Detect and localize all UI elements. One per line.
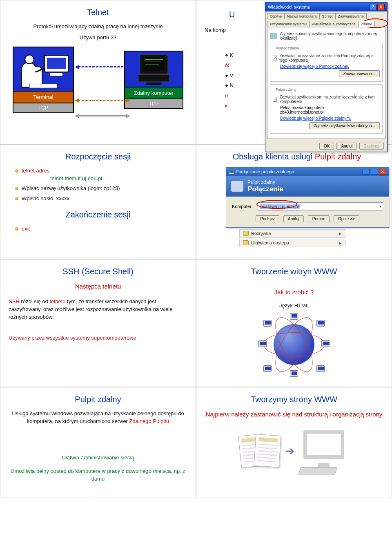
rdp-computer-input[interactable]: postawa.if.uj.edu.pl [258, 202, 383, 210]
cp-sub: Najpierw należy zastanowić się nad struk… [205, 410, 383, 419]
tab-updates[interactable]: Aktualizacje automatyczne [309, 21, 359, 27]
xp-footer: OK Anuluj Zastosuj [265, 141, 387, 152]
rdp-banner: Pulpit zdalny Połączenie [226, 176, 389, 197]
slide-www: Tworzenie witryn WWW Jak to zrobić ? Jęz… [196, 259, 392, 387]
computer-icon [290, 370, 298, 377]
rdp-banner1: Pulpit zdalny [247, 179, 283, 185]
xp-tabs-row1: Ogólne Nazwa komputera Sprzęt Zaawansowa… [267, 13, 385, 19]
computer-icon [316, 365, 325, 372]
menu-ulatwienia[interactable]: Ułatwienia dostępu ▸ [239, 239, 345, 247]
menu-rozrywka[interactable]: Rozrywka ▸ [239, 229, 345, 238]
b1ex: telnet theta.if.uj.edu.pl [50, 175, 102, 183]
chevron-right-icon: ▸ [339, 231, 342, 236]
b2: Wpisać nazwę użytkownika (login: zp123) [15, 185, 187, 192]
monitor-illustration [299, 430, 348, 471]
bt-b3l: N [229, 82, 233, 88]
computer-icon [263, 320, 272, 327]
maximize-button[interactable] [371, 169, 378, 175]
select-users-button[interactable]: Wybierz użytkowników zdalnych... [309, 122, 380, 129]
slide-rdp-client: Obsługa klienta usługi Pulpit zdalny 💻 P… [196, 144, 392, 259]
session-list: telnet adres telnet theta.if.uj.edu.pl W… [15, 167, 187, 203]
ssh-c: telnetu [49, 298, 65, 304]
telnet-port: Używa portu 23 [9, 34, 187, 42]
page-sheet [254, 434, 281, 468]
svg-rect-11 [147, 83, 162, 85]
rd-g1: Ułatwia administrowanie siecią [9, 454, 187, 462]
fs-remote-desktop: Pulpit zdalny ✓ Zezwalaj użytkownikom na… [270, 84, 383, 134]
session-title: Rozpoczęcie sesji [9, 152, 187, 161]
rd-body: Usługa systemu Windows pozwalająca na uz… [9, 410, 187, 425]
fullname-label: Pełna nazwa komputera: [280, 105, 380, 110]
www-title: Tworzenie witryn WWW [205, 267, 383, 276]
fullname-value: zb43.internetdsl.tpnet.pl [280, 110, 380, 114]
rd-g2: Umożliwia pełny dostęp do komputera w pr… [9, 468, 187, 483]
telnet-title: Telnet [9, 8, 187, 17]
tab-compname[interactable]: Nazwa komputera [284, 13, 320, 19]
rdp-titlebar[interactable]: 💻 Podłączanie pulpitu zdalnego × [226, 168, 389, 176]
advanced-button[interactable]: Zaawansowane... [339, 70, 380, 77]
xp-pane: Wybierz sposoby użytkowania tego kompute… [267, 27, 385, 139]
session-title2: Zakończenie sesji [9, 210, 187, 219]
remote-tcp: TCP [124, 99, 183, 109]
rdp-value: postawa.if.uj.edu.pl [260, 204, 300, 209]
minimize-button[interactable] [363, 169, 370, 175]
remote-icon [270, 33, 277, 39]
ssh-title: SSH (Secure Shell) [9, 267, 187, 276]
svg-point-3 [25, 55, 33, 63]
chk-remote-help[interactable]: ✓ [273, 56, 277, 60]
cancel-button[interactable]: Anuluj [336, 143, 357, 150]
apply-button[interactable]: Zastosuj [359, 143, 384, 150]
fs1-legend: Pomoc zdalna [274, 46, 300, 50]
svg-rect-6 [143, 57, 165, 70]
close-button[interactable]: × [379, 169, 386, 175]
options-button[interactable]: Opcje >> [334, 215, 359, 222]
bt-l1l: Na komp [205, 27, 226, 33]
close-button[interactable]: × [377, 4, 385, 10]
tab-remote[interactable]: Zdalny [358, 21, 375, 27]
tab-hardware[interactable]: Sprzęt [319, 13, 336, 19]
bt-b3i2: u [225, 92, 228, 98]
ok-button[interactable]: OK [319, 143, 334, 150]
bt-b3i4: k [225, 103, 228, 109]
rd-b: Zdalnego Pulpitu [129, 418, 169, 424]
tab-restore[interactable]: Przywracanie systemu [267, 21, 310, 27]
remote-box: Zdalny komputer TCP [124, 51, 183, 124]
cp-title: Tworzymy strony WWW [205, 395, 383, 404]
ssh-a: SSH [9, 298, 20, 304]
learn1-link[interactable]: Dowiedz się więcej o Pomocy zdalnej. [280, 64, 349, 69]
computer-icon [263, 365, 272, 372]
tab-general[interactable]: Ogólne [267, 13, 285, 19]
rdp-title-a: Obsługa klienta usługi [233, 152, 315, 161]
rdp-cancel-button[interactable]: Anuluj [283, 215, 304, 222]
folder-icon [243, 240, 249, 245]
slide-session: Rozpoczęcie sesji telnet adres telnet th… [0, 144, 196, 259]
bt-b1i: M [225, 62, 229, 68]
computer-icon [290, 313, 298, 320]
arrow-orange [78, 100, 127, 101]
slide-ssh: SSH (Secure Shell) Następca telnetu SSH … [0, 259, 196, 387]
globe-illustration [205, 314, 383, 375]
learn2-link[interactable]: Dowiedz się więcej o Pulpicie zdalnym. [280, 116, 351, 121]
slide-system-props: U Na komp uchomić ● K myszy M ● V ● N zw… [196, 0, 392, 144]
tab-advanced[interactable]: Zaawansowane [335, 13, 367, 19]
chk-remote-desktop[interactable]: ✓ [273, 97, 277, 102]
help-button[interactable]: ? [369, 4, 376, 10]
rd-title: Pulpit zdalny [9, 395, 187, 404]
remote-illustration [125, 51, 183, 87]
rdp-body: Komputer: postawa.if.uj.edu.pl Podłącz A… [226, 197, 389, 227]
menu2-label: Ułatwienia dostępu [251, 240, 289, 245]
computer-icon [258, 340, 267, 347]
xp-tabs-row2: Przywracanie systemu Aktualizacje automa… [267, 21, 385, 27]
rdp-window: 💻 Podłączanie pulpitu zdalnego × Pulpit … [226, 167, 389, 228]
behind-title: U [229, 10, 235, 19]
chevron-right-icon: ▸ [339, 240, 342, 246]
rdp-help-button[interactable]: Pomoc [308, 215, 330, 222]
ssh-b: różni się od [20, 298, 50, 304]
fs-remote-help: Pomoc zdalna ✓ Zezwalaj na wysyłanie zap… [270, 43, 383, 82]
svg-rect-1 [47, 58, 66, 69]
b1: telnet adres [22, 168, 49, 174]
xp-titlebar[interactable]: Właściwości systemu ? × [265, 2, 387, 11]
connect-button[interactable]: Podłącz [256, 215, 279, 222]
folder-icon [243, 231, 249, 236]
slide-create-pages: Tworzymy strony WWW Najpierw należy zast… [196, 387, 392, 497]
